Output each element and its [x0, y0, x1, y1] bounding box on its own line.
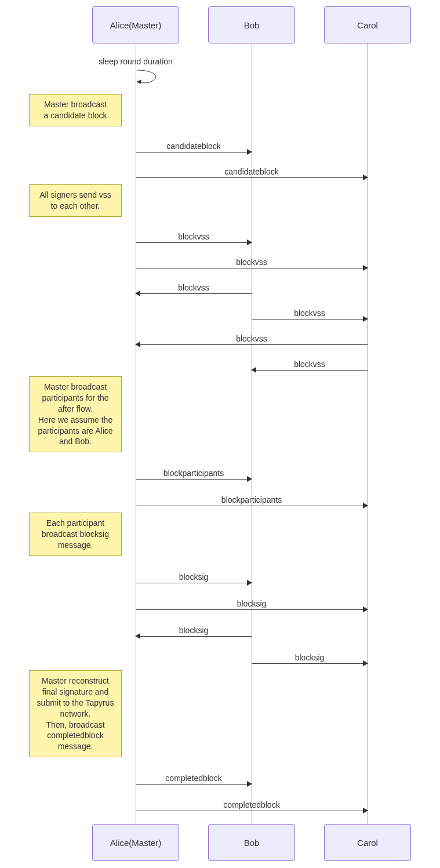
note-line: after flow.	[33, 404, 118, 415]
message: blockvss	[136, 242, 252, 254]
note-line: Master broadcast	[33, 99, 118, 110]
message: blockvss	[252, 319, 368, 331]
message-line	[136, 636, 252, 637]
note: All signers send vssto each other.	[29, 184, 122, 217]
actor-label: Alice(Master)	[110, 20, 161, 30]
message-line	[136, 811, 368, 811]
message-line	[252, 370, 368, 371]
arrowhead-icon	[363, 660, 368, 666]
note-line: participants are Alice	[33, 426, 118, 437]
actor-label: Carol	[357, 838, 378, 848]
note-line: network.	[33, 709, 118, 720]
message-line	[136, 784, 252, 785]
arrowhead-icon	[363, 606, 368, 612]
actor-box-alice-top: Alice(Master)	[92, 6, 179, 43]
note-line: Each participant	[33, 518, 118, 529]
message-line	[136, 152, 252, 152]
actor-label: Carol	[357, 20, 378, 30]
message-line	[136, 242, 252, 243]
note-line: and Bob.	[33, 436, 118, 447]
note-line: Here we assume the	[33, 415, 118, 426]
arrowhead-icon	[247, 149, 252, 155]
message-label: completedblock	[136, 800, 368, 809]
arrowhead-icon	[363, 808, 368, 813]
message: completedblock	[136, 784, 252, 796]
arrowhead-icon	[247, 781, 252, 787]
note-line: message.	[33, 741, 118, 752]
message-label: candidateblock	[136, 167, 368, 176]
actor-label: Alice(Master)	[110, 838, 161, 848]
arrowhead-icon	[247, 580, 252, 586]
note-line: Then, broadcast	[33, 720, 118, 731]
note-line: a candidate block	[33, 110, 118, 121]
message-label: blockvss	[136, 334, 368, 343]
message: blocksig	[252, 663, 368, 675]
arrowhead-icon	[135, 633, 140, 639]
note: Master reconstructfinal signature andsub…	[29, 670, 122, 757]
message: blocksig	[136, 583, 252, 594]
message: blocksig	[136, 636, 252, 648]
message: candidateblock	[136, 177, 368, 189]
actor-box-carol-bottom: Carol	[324, 824, 411, 861]
message: blockparticipants	[136, 479, 252, 491]
note-line: message.	[33, 540, 118, 551]
message-label: blockvss	[136, 257, 368, 267]
note: Master broadcasta candidate block	[29, 94, 122, 126]
message-label: blocksig	[252, 653, 368, 662]
actor-box-bob-top: Bob	[208, 6, 295, 43]
sequence-diagram: Alice(Master)BobCarolAlice(Master)BobCar…	[0, 0, 440, 868]
message-label: blocksig	[136, 572, 252, 582]
arrowhead-icon	[247, 239, 252, 245]
message-line	[136, 583, 252, 583]
arrowhead-icon	[247, 476, 252, 482]
message-label: blockvss	[252, 359, 368, 369]
arrowhead-icon	[363, 265, 368, 271]
self-message-loop	[136, 69, 159, 83]
arrowhead-icon	[363, 175, 368, 180]
message-label: blocksig	[136, 626, 252, 635]
message-label: completedblock	[136, 773, 252, 783]
actor-label: Bob	[244, 838, 260, 848]
arrowhead-icon	[363, 316, 368, 322]
note-line: completedblock	[33, 730, 118, 741]
message-label: blocksig	[136, 599, 368, 608]
message-label: blockvss	[136, 283, 252, 292]
message: completedblock	[136, 811, 368, 822]
actor-box-alice-bottom: Alice(Master)	[92, 824, 179, 861]
note-line: Master broadcast	[33, 382, 118, 393]
message: candidateblock	[136, 152, 252, 164]
message: blockvss	[136, 268, 368, 279]
message-label: blockparticipants	[136, 468, 252, 478]
note-line: to each other.	[33, 201, 118, 212]
message-line	[252, 663, 368, 664]
message-line	[136, 344, 368, 345]
arrowhead-icon	[135, 290, 140, 296]
message-line	[136, 268, 368, 268]
note-line: All signers send vss	[33, 190, 118, 201]
note-line: participants for the	[33, 393, 118, 404]
message: blockvss	[252, 370, 368, 382]
message-line	[136, 479, 252, 480]
message: blockparticipants	[136, 506, 368, 517]
note: Master broadcastparticipants for theafte…	[29, 376, 122, 452]
actor-label: Bob	[244, 20, 260, 30]
message-line	[136, 609, 368, 610]
actor-box-carol-top: Carol	[324, 6, 411, 43]
message-label: blockvss	[252, 308, 368, 318]
lifeline-carol	[368, 43, 368, 824]
message-label: candidateblock	[136, 141, 252, 151]
arrowhead-icon	[363, 503, 368, 509]
actor-box-bob-bottom: Bob	[208, 824, 295, 861]
message-label: blockvss	[136, 232, 252, 241]
arrowhead-icon	[251, 367, 256, 373]
message-label: blockparticipants	[136, 495, 368, 504]
message-line	[252, 319, 368, 319]
message-line	[136, 293, 252, 294]
note-line: submit to the Tapyrus	[33, 698, 118, 709]
message: blockvss	[136, 344, 368, 356]
message: blocksig	[136, 609, 368, 621]
note-line: final signature and	[33, 687, 118, 698]
message-line	[136, 177, 368, 178]
message: blockvss	[136, 293, 252, 305]
lifeline-bob	[252, 43, 252, 824]
